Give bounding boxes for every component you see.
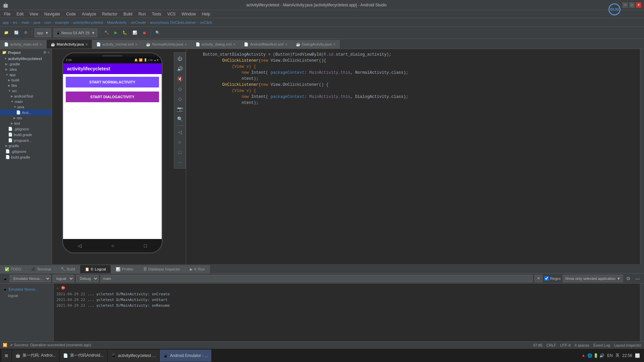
window-controls[interactable]: ─ □ ✕ [623, 2, 641, 8]
tree-res[interactable]: ▶ res [0, 115, 52, 121]
tree-buildgradle-root[interactable]: 📄 build.gradle [0, 154, 52, 160]
menu-window[interactable]: Window [179, 11, 199, 17]
emu-power-btn[interactable]: ⏻ [175, 54, 184, 63]
regex-checkbox[interactable] [544, 276, 549, 281]
emu-vol-down-btn[interactable]: 🔇 [175, 74, 184, 83]
emu-rotate2-btn[interactable]: ◇ [175, 94, 184, 104]
tree-test[interactable]: ▶ test [0, 121, 52, 126]
layout-inspector-btn[interactable]: Layout Inspector [614, 343, 641, 347]
tree-app[interactable]: ▼ app [0, 72, 52, 77]
code-editor[interactable]: Button_startDialogActivity = (Button)fin… [186, 49, 640, 264]
event-log-btn[interactable]: Event Log [593, 343, 610, 347]
emu-square-btn[interactable]: □ [175, 147, 184, 157]
tree-idea[interactable]: ▶ .idea [0, 67, 52, 72]
taskbar-lang-zh[interactable]: 英 [615, 353, 620, 358]
emu-more-btn[interactable]: ··· [175, 158, 184, 167]
indent[interactable]: 4 spaces [575, 343, 589, 347]
breadcrumb-package[interactable]: activitylifecycletest [73, 20, 103, 24]
debug-btn[interactable]: 🐛 [120, 28, 129, 37]
menu-view[interactable]: View [27, 11, 41, 17]
sync-btn[interactable]: 🔄 [12, 28, 21, 37]
make-btn[interactable]: 🔨 [102, 28, 111, 37]
taskbar-lang-en[interactable]: EN [607, 353, 613, 358]
tab-activity-normal[interactable]: 📄 activity_normal.xml ✕ [92, 40, 142, 49]
stop-btn[interactable]: ⏹ [141, 28, 148, 37]
tree-and[interactable]: 📄 And... [0, 110, 52, 115]
tree-libs[interactable]: ▶ libs [0, 83, 52, 88]
breadcrumb-oncreate[interactable]: onCreate [131, 20, 146, 24]
taskbar-item-1[interactable]: 🤖 第一代码: Androi... [12, 350, 59, 362]
tab-database[interactable]: 🗄 Database Inspector [139, 265, 185, 273]
sidebar-settings-icon[interactable]: ⚙ [43, 51, 46, 54]
show-selected-dropdown[interactable]: Show only selected application ▼ [563, 275, 623, 282]
close-button[interactable]: ✕ [636, 2, 641, 8]
taskbar-item-4[interactable]: 📱 Android Emulator - ... [160, 350, 211, 362]
tree-java[interactable]: ▼ java [0, 104, 52, 110]
tree-root[interactable]: ▼ activitylifecycletest [0, 56, 52, 61]
search-everywhere-btn[interactable]: 🔍 [153, 28, 162, 37]
tab-dialogactivity[interactable]: ☕ DialogActivity.java ✕ [292, 40, 340, 49]
home-button[interactable]: ○ [111, 243, 114, 248]
logcat-entry[interactable]: logcat [0, 293, 53, 299]
tree-gitignore-app[interactable]: 📄 .gitignore [0, 126, 52, 132]
menu-navigate[interactable]: Navigate [42, 11, 63, 17]
close-icon-3[interactable]: ✕ [135, 43, 138, 46]
tab-androidmanifest[interactable]: 📄 AndroidManifest.xml ✕ [240, 40, 292, 49]
breadcrumb-com[interactable]: com [44, 20, 51, 24]
breadcrumb-src[interactable]: src [13, 20, 18, 24]
tree-build[interactable]: ▶ build [0, 77, 52, 83]
taskbar-item-3[interactable]: 📱 activitylifecycletest ... [108, 350, 159, 362]
menu-edit[interactable]: Edit [14, 11, 26, 17]
start-button[interactable]: ⊞ [1, 350, 11, 362]
menu-code[interactable]: Code [63, 11, 78, 17]
menu-help[interactable]: Help [199, 11, 213, 17]
sidebar-expand-icon[interactable]: ≡ [48, 51, 50, 54]
tree-buildgradle-app[interactable]: 📄 build.grade [0, 132, 52, 137]
settings-btn[interactable]: ⚙ [22, 28, 30, 37]
tree-main[interactable]: ▼ main [0, 99, 52, 104]
close-icon-4[interactable]: ✕ [184, 43, 187, 46]
device-dropdown[interactable]: 📱 Nexus 5X API 29 ▼ [54, 28, 97, 37]
recents-button[interactable]: □ [144, 243, 147, 248]
breadcrumb-main[interactable]: main [21, 20, 30, 24]
menu-run[interactable]: Run [136, 11, 149, 17]
close-icon[interactable]: ✕ [40, 43, 42, 46]
logcat-emulator-item[interactable]: 📱 Emulator Nexus... [0, 286, 53, 293]
breadcrumb-app[interactable]: app [3, 20, 9, 24]
minimize-button[interactable]: ─ [623, 2, 628, 8]
tab-activity-dialog[interactable]: 📄 activity_dialog.xml ✕ [192, 40, 240, 49]
show-desktop-btn[interactable]: ⬜ [635, 353, 640, 358]
emu-vol-up-btn[interactable]: 🔊 [175, 64, 184, 73]
close-icon-2[interactable]: ✕ [85, 43, 88, 46]
tree-androidtest[interactable]: ▶ androidTest [0, 94, 52, 99]
logcat-clear-btn[interactable]: ✕ [535, 275, 542, 282]
logcat-settings-btn[interactable]: ⚙ [625, 275, 632, 282]
emu-rotate-btn[interactable]: ◇ [175, 84, 184, 94]
emu-zoom-btn[interactable]: 🔍 [175, 114, 184, 124]
tree-src[interactable]: ▼ src [0, 88, 52, 94]
tab-terminal[interactable]: ⬛ Terminal [26, 265, 56, 273]
tab-todo[interactable]: ✅ TODO [0, 265, 26, 273]
tab-logcat[interactable]: 📋 6: Logcat [80, 265, 111, 273]
tab-mainactivity[interactable]: ☕ MainActivity.java ✕ [47, 40, 92, 49]
tab-run[interactable]: ▶ 4: Run [185, 265, 210, 273]
tab-profiler[interactable]: 📊 Profiler [111, 265, 139, 273]
close-icon-6[interactable]: ✕ [285, 43, 287, 46]
breadcrumb-example[interactable]: example [55, 20, 69, 24]
line-ending[interactable]: CRLF [546, 343, 556, 347]
breadcrumb-java[interactable]: java [34, 20, 40, 24]
start-dialog-button[interactable]: START DIALOGACTIVITY [66, 92, 159, 102]
profile-btn[interactable]: 📊 [130, 28, 139, 37]
menu-vcs[interactable]: VCS [165, 11, 178, 17]
menu-analyze[interactable]: Analyze [79, 11, 99, 17]
emu-back-btn[interactable]: ◁ [175, 127, 184, 137]
tab-build[interactable]: 🔨 Build [56, 265, 80, 273]
tab-activity-main[interactable]: 📄 activity_main.xml ✕ [0, 40, 47, 49]
run-btn[interactable]: ▶ [112, 28, 119, 37]
taskbar-item-2[interactable]: 📄 第一代码Android... [60, 350, 107, 362]
logcat-emulator-select[interactable]: Emulator Nexus... [10, 275, 51, 282]
breadcrumb-class[interactable]: MainActivity [107, 20, 127, 24]
menu-tools[interactable]: Tools [149, 11, 164, 17]
menu-build[interactable]: Build [121, 11, 135, 17]
tree-gitignore-root[interactable]: 📄 .gitignore [0, 148, 52, 154]
